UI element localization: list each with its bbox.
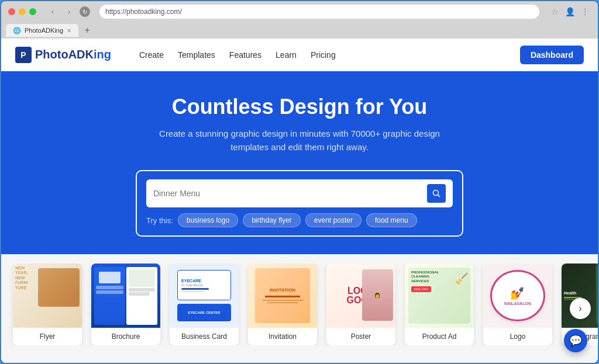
reload-button[interactable]: ↻: [80, 6, 90, 17]
nav-create[interactable]: Create: [139, 50, 164, 60]
template-card-poster[interactable]: LOOKGOOD 👩 Poster: [326, 264, 395, 345]
suggestion-business-logo[interactable]: business logo: [178, 213, 238, 227]
template-label-brochure: Brochure: [91, 328, 160, 345]
browser-actions: ☆ 👤 ⋮: [549, 6, 591, 18]
template-thumb-brochure: [91, 264, 160, 328]
website-content: P PhotoADKing Create Templates Features …: [1, 39, 598, 363]
template-thumb-product-ad: PROFESSIONALCLEANINGSERVICES 25% OFF 🧹: [405, 264, 474, 328]
menu-icon[interactable]: ⋮: [579, 6, 591, 18]
template-label-invitation: Invitation: [248, 328, 317, 345]
suggestion-birthday-flyer[interactable]: birthday flyer: [243, 213, 301, 227]
template-card-invitation[interactable]: INVITATION Invitation: [248, 264, 317, 345]
nav-learn[interactable]: Learn: [276, 50, 297, 60]
templates-section: NEWYEAR,NEWFURNITURE Flyer: [1, 254, 598, 363]
templates-scroll: NEWYEAR,NEWFURNITURE Flyer: [1, 264, 598, 345]
template-card-logo[interactable]: 💅 NAIL&SALON Logo: [483, 264, 552, 345]
address-bar[interactable]: https://photoadking.com/: [99, 5, 539, 19]
browser-window: ‹ › ↻ https://photoadking.com/ ☆ 👤 ⋮ 🌐 P…: [0, 0, 599, 364]
template-label-logo: Logo: [483, 328, 552, 345]
suggestions-label: Try this:: [146, 216, 173, 225]
template-label-poster: Poster: [326, 328, 395, 345]
search-input[interactable]: [153, 189, 422, 198]
template-thumb-logo: 💅 NAIL&SALON: [483, 264, 552, 328]
search-container: Try this: business logo birthday flyer e…: [136, 170, 463, 237]
suggestion-food-menu[interactable]: food menu: [366, 213, 417, 227]
search-button[interactable]: [427, 184, 446, 203]
url-text: https://photoadking.com/: [105, 8, 182, 16]
tab-icon: 🌐: [13, 27, 21, 34]
template-thumb-flyer: NEWYEAR,NEWFURNITURE: [13, 264, 82, 328]
nav-templates[interactable]: Templates: [178, 50, 215, 60]
back-button[interactable]: ‹: [47, 6, 58, 18]
tab-title: PhotoADKing: [25, 27, 63, 34]
browser-tab[interactable]: 🌐 PhotoADKing ✕: [6, 24, 78, 37]
hero-subtitle: Create a stunning graphic design in minu…: [142, 127, 457, 154]
template-label-flyer: Flyer: [13, 328, 82, 345]
browser-nav: ‹ › ↻: [47, 6, 90, 18]
chat-button[interactable]: 💬: [564, 329, 587, 352]
search-icon: [432, 189, 441, 198]
next-button[interactable]: ›: [570, 298, 591, 319]
new-tab-button[interactable]: +: [81, 24, 94, 37]
browser-titlebar: ‹ › ↻ https://photoadking.com/ ☆ 👤 ⋮: [1, 1, 598, 22]
template-label-business-card: Business Card: [170, 328, 239, 345]
search-bar: [146, 179, 453, 207]
nav-links: Create Templates Features Learn Pricing: [139, 50, 336, 60]
profile-icon[interactable]: 👤: [564, 6, 576, 18]
template-label-product-ad: Product Ad: [405, 328, 474, 345]
forward-button[interactable]: ›: [63, 6, 75, 18]
hero-section: Countless Design for You Create a stunni…: [1, 71, 598, 254]
logo-icon: P: [15, 47, 32, 63]
template-thumb-poster: LOOKGOOD 👩: [326, 264, 395, 328]
bookmark-icon[interactable]: ☆: [549, 6, 560, 18]
site-navbar: P PhotoADKing Create Templates Features …: [1, 39, 598, 71]
chat-icon: 💬: [569, 334, 582, 347]
nav-features[interactable]: Features: [229, 50, 261, 60]
maximize-window-button[interactable]: [29, 8, 36, 15]
search-suggestions: Try this: business logo birthday flyer e…: [146, 213, 453, 227]
svg-point-0: [433, 190, 439, 196]
template-card-flyer[interactable]: NEWYEAR,NEWFURNITURE Flyer: [13, 264, 82, 345]
nav-pricing[interactable]: Pricing: [311, 50, 336, 60]
logo-text: PhotoADKing: [35, 48, 111, 61]
template-thumb-invitation: INVITATION: [248, 264, 317, 328]
tab-close-button[interactable]: ✕: [67, 27, 71, 34]
traffic-lights: [8, 8, 36, 15]
template-card-brochure[interactable]: Brochure: [91, 264, 160, 345]
minimize-window-button[interactable]: [19, 8, 26, 15]
suggestion-event-poster[interactable]: event poster: [305, 213, 362, 227]
site-logo[interactable]: P PhotoADKing: [15, 47, 111, 63]
template-card-business-card[interactable]: EYECARE Dr. Anita Bensen EYECARE CENTER …: [170, 264, 239, 345]
template-thumb-business-card: EYECARE Dr. Anita Bensen EYECARE CENTER: [170, 264, 239, 328]
close-window-button[interactable]: [8, 8, 15, 15]
template-card-product-ad[interactable]: PROFESSIONALCLEANINGSERVICES 25% OFF 🧹 P…: [405, 264, 474, 345]
hero-title: Countless Design for You: [172, 95, 428, 119]
svg-line-1: [438, 195, 440, 197]
tabs-bar: 🌐 PhotoADKing ✕ +: [1, 22, 598, 39]
dashboard-button[interactable]: Dashboard: [520, 46, 584, 64]
